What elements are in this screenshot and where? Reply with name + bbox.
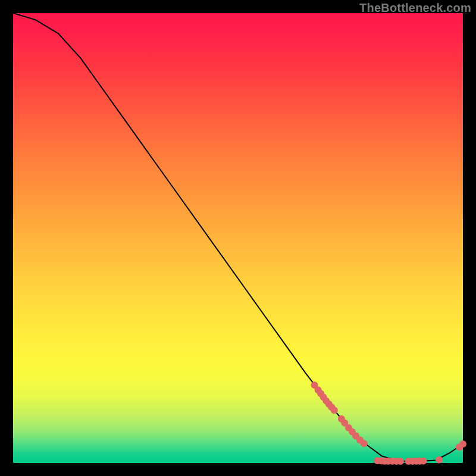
curve-marker bbox=[419, 458, 427, 465]
curve-marker bbox=[331, 407, 338, 414]
curve-marker bbox=[436, 456, 443, 464]
curve-marker bbox=[397, 458, 404, 465]
bottleneck-curve bbox=[13, 13, 463, 461]
chart-overlay bbox=[13, 13, 463, 463]
watermark-label: TheBottleneck.com bbox=[359, 1, 471, 15]
curve-marker bbox=[459, 440, 466, 447]
curve-marker bbox=[361, 440, 368, 447]
chart-stage: TheBottleneck.com bbox=[0, 0, 476, 476]
curve-markers bbox=[311, 381, 466, 465]
